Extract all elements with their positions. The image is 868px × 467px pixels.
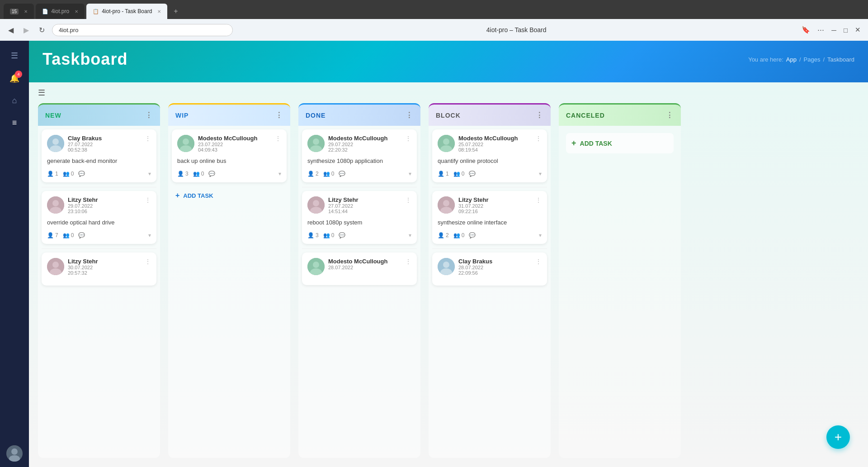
card-footer: 👤 1 👥 0 💬 ▾ — [438, 171, 542, 177]
sidebar-home-icon[interactable]: ⌂ — [8, 91, 22, 110]
forward-button[interactable]: ▶ — [21, 24, 32, 36]
card-menu-icon[interactable]: ⋮ — [145, 258, 151, 265]
card-menu-icon[interactable]: ⋮ — [145, 196, 151, 204]
browser-menu-btn[interactable]: ⋯ — [816, 24, 826, 36]
browser-minimize-btn[interactable]: ─ — [830, 24, 838, 36]
reload-button[interactable]: ↻ — [36, 24, 47, 36]
card-footer: 👤 3 👥 0 💬 ▾ — [307, 232, 411, 238]
card-name: Modesto McCullough — [458, 135, 532, 142]
card-name: Litzy Stehr — [458, 196, 532, 203]
board-menu-icon[interactable]: ☰ — [38, 88, 45, 97]
add-task-button[interactable]: + ADD TASK — [172, 187, 287, 204]
card-menu-icon[interactable]: ⋮ — [535, 196, 542, 204]
task-card: Clay Brakus 28.07.202222:09:56 ⋮ — [432, 253, 547, 286]
column-done-menu[interactable]: ⋮ — [406, 111, 413, 119]
browser-tab-2[interactable]: 📄 4iot.pro ✕ — [36, 4, 85, 19]
address-bar[interactable]: 4iot.pro — [52, 24, 233, 36]
card-name: Modesto McCullough — [328, 258, 401, 265]
card-date: 28.07.202222:09:56 — [458, 265, 532, 276]
plus-icon: + — [571, 138, 576, 148]
card-title: override optical hard drive — [47, 219, 151, 227]
sidebar-list-icon[interactable]: ≡ — [8, 114, 22, 132]
board-wrapper: ☰ NEW ⋮ — [29, 82, 868, 467]
avatar — [177, 135, 194, 152]
card-menu-icon[interactable]: ⋮ — [535, 258, 542, 265]
card-expand-icon[interactable]: ▾ — [278, 171, 281, 177]
card-name: Litzy Stehr — [68, 196, 141, 203]
card-menu-icon[interactable]: ⋮ — [275, 135, 281, 142]
card-expand-icon[interactable]: ▾ — [409, 232, 411, 238]
browser-tab-3[interactable]: 📋 4iot-pro - Task Board ✕ — [86, 4, 167, 19]
column-new-menu[interactable]: ⋮ — [145, 111, 153, 119]
column-done-body: Modesto McCullough 29.07.202222:20:32 ⋮ … — [298, 126, 420, 458]
card-expand-icon[interactable]: ▾ — [409, 171, 411, 177]
browser-close-btn[interactable]: ✕ — [853, 24, 863, 36]
card-name: Modesto McCullough — [328, 135, 401, 142]
app-header: Taskboard You are here: App / Pages / Ta… — [29, 41, 868, 82]
column-done: DONE ⋮ Modesto McCullough — [298, 103, 420, 458]
task-card: Litzy Stehr 27.07.202214:51:44 ⋮ reboot … — [302, 191, 417, 244]
card-date: 27.07.202200:52:38 — [68, 142, 141, 152]
card-footer: 👤 2 👥 0 💬 ▾ — [307, 171, 411, 177]
breadcrumb: You are here: App / Pages / Taskboard — [748, 56, 854, 63]
sidebar: ☰ 🔔 4 ⌂ ≡ — [0, 41, 29, 467]
card-title: synthesize 1080p application — [307, 157, 411, 165]
card-menu-icon[interactable]: ⋮ — [535, 135, 542, 142]
fab-button[interactable]: + — [826, 425, 850, 449]
card-expand-icon[interactable]: ▾ — [148, 232, 151, 238]
card-menu-icon[interactable]: ⋮ — [145, 135, 151, 142]
column-block-menu[interactable]: ⋮ — [536, 111, 543, 119]
card-expand-icon[interactable]: ▾ — [539, 171, 542, 177]
sidebar-avatar[interactable] — [6, 445, 23, 462]
browser-maximize-btn[interactable]: □ — [842, 24, 849, 36]
tab-close-3[interactable]: ✕ — [157, 9, 161, 14]
column-canceled-menu[interactable]: ⋮ — [666, 111, 674, 119]
card-footer: 👤 1 👥 0 💬 ▾ — [47, 171, 151, 177]
breadcrumb-current: Taskboard — [827, 56, 854, 63]
browser-chrome: 15 ✕ 📄 4iot.pro ✕ 📋 4iot-pro - Task Boar… — [0, 0, 868, 41]
column-wip: WIP ⋮ Modesto McCullough 23.07.2 — [168, 103, 290, 458]
card-menu-icon[interactable]: ⋮ — [405, 135, 411, 142]
back-button[interactable]: ◀ — [5, 24, 16, 36]
card-date: 28.07.2022 — [328, 265, 401, 270]
card-expand-icon[interactable]: ▾ — [539, 232, 542, 238]
svg-point-13 — [183, 138, 189, 145]
svg-point-28 — [443, 200, 449, 206]
svg-point-25 — [443, 138, 449, 145]
task-card: Litzy Stehr 30.07.202220:57:32 ⋮ — [42, 253, 156, 286]
avatar — [438, 196, 455, 214]
card-date: 29.07.202222:20:32 — [328, 142, 401, 152]
svg-point-7 — [52, 200, 59, 206]
breadcrumb-app[interactable]: App — [786, 56, 797, 63]
new-tab-button[interactable]: + — [169, 4, 182, 19]
task-card: Modesto McCullough 28.07.2022 ⋮ — [302, 253, 417, 285]
breadcrumb-pages[interactable]: Pages — [804, 56, 821, 63]
column-new-body: Clay Brakus 27.07.202200:52:38 ⋮ generat… — [38, 126, 160, 458]
browser-tab-1[interactable]: 15 ✕ — [4, 4, 34, 19]
card-date: 23.07.202204:09:43 — [198, 142, 271, 152]
svg-point-31 — [443, 262, 449, 268]
card-date: 30.07.202220:57:32 — [68, 265, 141, 276]
task-card: Clay Brakus 27.07.202200:52:38 ⋮ generat… — [42, 129, 156, 182]
sidebar-menu-icon[interactable]: ☰ — [6, 46, 23, 65]
browser-bookmark-btn[interactable]: 🔖 — [800, 24, 812, 36]
column-canceled-body: + ADD TASK — [559, 126, 681, 458]
card-footer: 👤 7 👥 0 💬 ▾ — [47, 232, 151, 238]
card-menu-icon[interactable]: ⋮ — [405, 258, 411, 265]
card-title: synthesize online interface — [438, 219, 542, 227]
card-name: Clay Brakus — [458, 258, 532, 265]
tab-close-2[interactable]: ✕ — [75, 9, 78, 14]
card-title: generate back-end monitor — [47, 157, 151, 165]
card-menu-icon[interactable]: ⋮ — [405, 196, 411, 204]
sidebar-bell-icon[interactable]: 🔔 4 — [5, 69, 24, 88]
column-header-canceled: CANCELED ⋮ — [559, 103, 681, 126]
card-expand-icon[interactable]: ▾ — [148, 171, 151, 177]
column-header-wip: WIP ⋮ — [168, 103, 290, 126]
task-card: Modesto McCullough 25.07.202208:19:54 ⋮ … — [432, 129, 547, 182]
column-wip-menu[interactable]: ⋮ — [275, 111, 283, 119]
avatar — [438, 135, 455, 152]
tab-close-1[interactable]: ✕ — [24, 9, 28, 14]
svg-point-1 — [11, 448, 18, 455]
svg-point-16 — [313, 138, 319, 145]
add-task-button[interactable]: + ADD TASK — [566, 133, 674, 153]
